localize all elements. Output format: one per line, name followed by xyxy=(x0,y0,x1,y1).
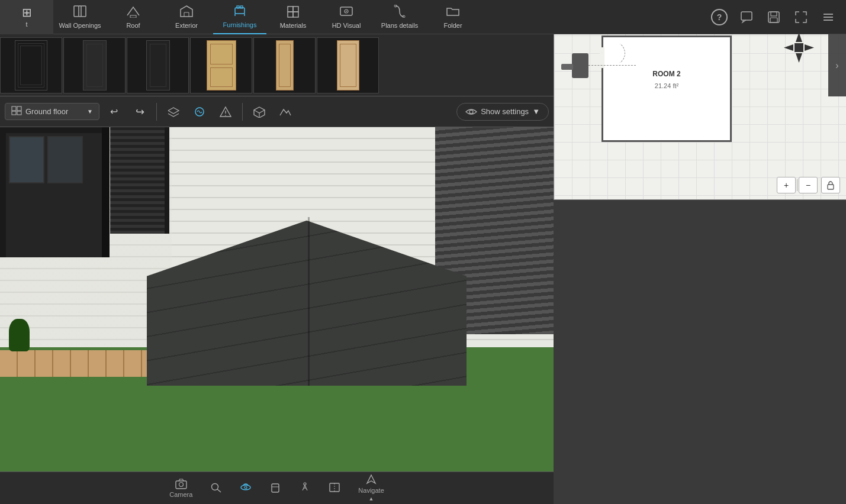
lock-button[interactable] xyxy=(821,177,840,193)
redo-button[interactable]: ↪ xyxy=(128,101,152,123)
zoom-out-icon: − xyxy=(806,180,810,190)
furnishings-icon xyxy=(233,4,247,19)
zoom-in-button[interactable]: + xyxy=(777,177,796,193)
minimap-connection-line xyxy=(588,65,636,66)
hd-visual-label: HD Visual xyxy=(332,22,361,29)
room2-area-display: 21.24 ft² xyxy=(601,80,732,91)
exterior-label: Exterior xyxy=(175,22,198,29)
svg-point-39 xyxy=(179,482,183,486)
svg-rect-14 xyxy=(293,12,298,17)
bottom-nav-camera[interactable]: Camera xyxy=(169,479,192,498)
edit-button[interactable] xyxy=(188,101,211,123)
toolbar-item-partial[interactable]: ⊞ t xyxy=(0,0,53,34)
undo-button[interactable]: ↩ xyxy=(102,101,126,123)
toolbar-item-hd-visual[interactable]: HD Visual xyxy=(320,0,373,34)
thumbnail-item-3[interactable] xyxy=(127,37,189,93)
bottom-nav-walk[interactable] xyxy=(299,482,311,495)
save-button[interactable] xyxy=(762,5,786,29)
nav-cross[interactable] xyxy=(781,30,816,65)
menu-button[interactable] xyxy=(816,5,840,29)
toolbar-item-folder[interactable]: Folder xyxy=(426,0,480,34)
zoom-out-button[interactable]: − xyxy=(799,177,818,193)
svg-rect-51 xyxy=(794,43,803,52)
top-toolbar: ⊞ t Wall Openings Roof xyxy=(0,0,554,34)
bottom-nav-search[interactable] xyxy=(210,482,222,495)
svg-rect-28 xyxy=(17,106,21,111)
show-settings-button[interactable]: Show settings ▼ xyxy=(456,103,549,121)
room2-name: ROOM 2 xyxy=(652,70,680,78)
show-settings-label: Show settings xyxy=(481,107,529,116)
layers-button[interactable] xyxy=(162,101,185,123)
thumbnail-strip xyxy=(0,34,554,96)
navigate-icon xyxy=(365,474,377,485)
navigate-chevron: ▲ xyxy=(369,496,374,502)
svg-rect-1 xyxy=(81,6,86,17)
toolbar-item-roof[interactable]: Roof xyxy=(107,0,160,34)
redo-icon: ↪ xyxy=(136,105,144,118)
svg-marker-5 xyxy=(181,6,192,17)
svg-point-37 xyxy=(469,110,473,114)
toolbar-item-plans-details[interactable]: Plans details xyxy=(373,0,426,34)
hamburger-icon xyxy=(822,11,835,24)
save-icon xyxy=(767,11,780,24)
plans-details-label: Plans details xyxy=(381,22,418,29)
toolbar-separator-1 xyxy=(156,103,157,121)
svg-rect-0 xyxy=(74,6,79,17)
svg-marker-55 xyxy=(805,44,814,51)
zoom-in-icon: + xyxy=(784,180,789,190)
chat-icon xyxy=(740,11,753,24)
navigate-label: Navigate xyxy=(358,487,384,494)
svg-point-43 xyxy=(245,486,247,489)
chat-button[interactable] xyxy=(735,5,758,29)
undo-icon: ↩ xyxy=(110,106,118,117)
lock-icon xyxy=(826,180,835,190)
fullscreen-button[interactable] xyxy=(789,5,813,29)
floor-selector[interactable]: Ground floor ▼ xyxy=(5,103,99,120)
strip-scroll-arrow[interactable]: › xyxy=(828,34,846,96)
svg-rect-44 xyxy=(272,484,279,492)
pan-icon xyxy=(269,482,281,493)
thumbnail-item-5[interactable] xyxy=(253,37,316,93)
second-toolbar: Ground floor ▼ ↩ ↪ xyxy=(0,96,554,127)
partial-label: t xyxy=(25,21,27,28)
layers-icon xyxy=(167,106,180,118)
toolbar-item-wall-openings[interactable]: Wall Openings xyxy=(53,0,107,34)
toolbar-separator-2 xyxy=(242,103,243,121)
toolbar-item-furnishings[interactable]: Furnishings xyxy=(213,0,266,34)
chevron-right-icon: › xyxy=(835,60,838,71)
bottom-nav-section[interactable] xyxy=(329,482,340,495)
exterior-icon xyxy=(179,5,194,20)
toolbar-item-materials[interactable]: Materials xyxy=(266,0,320,34)
minimap-controls: + − xyxy=(777,177,840,193)
thumbnail-item-4[interactable] xyxy=(190,37,252,93)
orbit-icon xyxy=(240,482,252,493)
wall-openings-label: Wall Openings xyxy=(59,22,101,29)
toolbar-item-exterior[interactable]: Exterior xyxy=(160,0,213,34)
svg-rect-23 xyxy=(770,18,777,22)
svg-rect-56 xyxy=(828,185,834,189)
wall-openings-icon xyxy=(73,5,87,20)
terrain-button[interactable] xyxy=(274,101,297,123)
room2-label: ROOM 2 xyxy=(601,68,732,79)
zoom-separator xyxy=(797,179,797,191)
bottom-nav-pan[interactable] xyxy=(269,482,281,495)
thumbnail-item-1[interactable] xyxy=(0,37,62,93)
main-3d-view[interactable] xyxy=(0,127,554,504)
cube-button[interactable] xyxy=(247,101,271,123)
cube-icon xyxy=(253,106,266,118)
nav-arrows-icon xyxy=(783,31,815,64)
thumbnail-item-2[interactable] xyxy=(63,37,126,93)
eye-icon xyxy=(465,106,477,117)
bottom-nav-orbit[interactable] xyxy=(240,482,252,495)
svg-point-40 xyxy=(212,483,218,490)
svg-marker-50 xyxy=(367,475,375,483)
right-toolbar: ? xyxy=(554,0,846,34)
bottom-nav-navigate[interactable]: Navigate ▲ xyxy=(358,474,384,502)
help-button[interactable]: ? xyxy=(707,5,731,29)
fullscreen-icon xyxy=(794,11,808,24)
roof-label: Roof xyxy=(126,22,140,29)
camera-label: Camera xyxy=(169,491,192,498)
thumbnail-item-6[interactable] xyxy=(317,37,379,93)
warning-button[interactable] xyxy=(214,101,237,123)
dark-panel xyxy=(554,200,846,504)
